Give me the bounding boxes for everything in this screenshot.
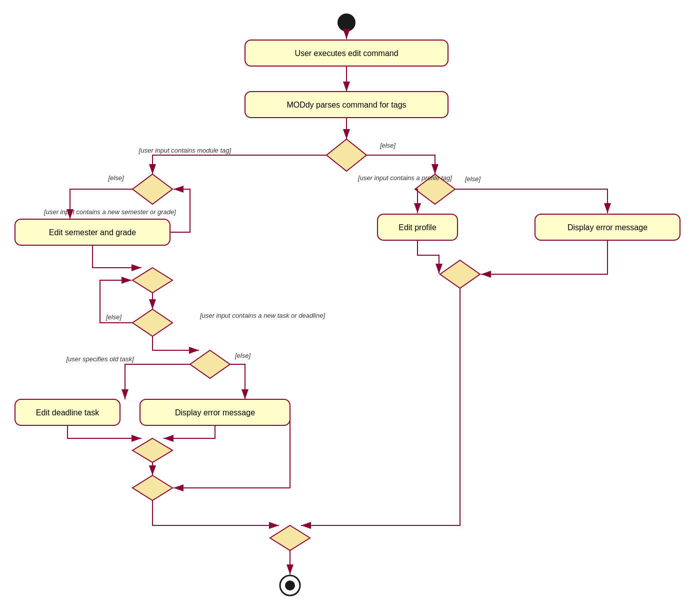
arrow-display-error2-to-d8 — [164, 425, 215, 438]
label-new-task: [user input contains a new task or deadl… — [200, 312, 325, 319]
label-else1: [else] — [380, 142, 396, 149]
edit-profile-label: Edit profile — [398, 223, 436, 232]
arrow-d6-to-d7 — [152, 336, 199, 350]
diamond-old-task-check — [190, 350, 230, 378]
diamond-merge-semester — [132, 268, 172, 293]
arrow-d3-to-edit-profile — [415, 189, 418, 213]
label-new-semester: [user input contains a new semester or g… — [44, 208, 176, 216]
moddy-parses-label: MODdy parses command for tags — [286, 101, 406, 109]
arrow-d3-to-display-error1 — [455, 189, 608, 213]
arrow-d5-to-final — [301, 288, 460, 525]
label-else5: [else] — [234, 352, 250, 359]
arrow-edit-semester-down — [92, 245, 142, 268]
label-profile-tag: [user input contains a profile tag] — [358, 174, 452, 182]
display-error-bottom-label: Display error message — [175, 408, 255, 417]
edit-deadline-label: Edit deadline task — [36, 408, 100, 417]
label-old-task: [user specifies old task] — [66, 355, 134, 363]
arrow-display-error1-to-d5 — [481, 240, 608, 274]
arrow-d7-to-display-error2 — [230, 364, 245, 399]
label-else2: [else] — [108, 174, 124, 182]
diamond-final-merge — [270, 525, 310, 550]
display-error-top-label: Display error message — [568, 223, 648, 232]
diamond-module-check — [326, 139, 366, 171]
arrow-d1-to-d2 — [152, 155, 326, 174]
label-else3-profile: [else] — [464, 175, 480, 183]
diamond-task-check — [132, 309, 172, 336]
end-node-inner — [285, 580, 295, 590]
arrow-d7-to-edit-deadline — [125, 364, 190, 399]
diamond-merge-2 — [132, 475, 172, 500]
label-else4: [else] — [106, 313, 122, 321]
arrow-d1-to-d3 — [366, 155, 435, 174]
user-executes-label: User executes edit command — [294, 49, 398, 58]
arrow-d9-to-d10 — [152, 500, 279, 525]
arrow-edit-profile-to-d5 — [418, 240, 439, 274]
diamond-merge-deadline — [132, 438, 172, 462]
diamond-semester-check — [132, 174, 172, 204]
label-module-tag: [user input contains module tag] — [138, 147, 232, 154]
arrow-edit-deadline-to-d8 — [68, 425, 142, 438]
edit-semester-label: Edit semester and grade — [49, 228, 136, 237]
diamond-merge-profile — [440, 260, 480, 288]
start-node — [338, 14, 356, 32]
